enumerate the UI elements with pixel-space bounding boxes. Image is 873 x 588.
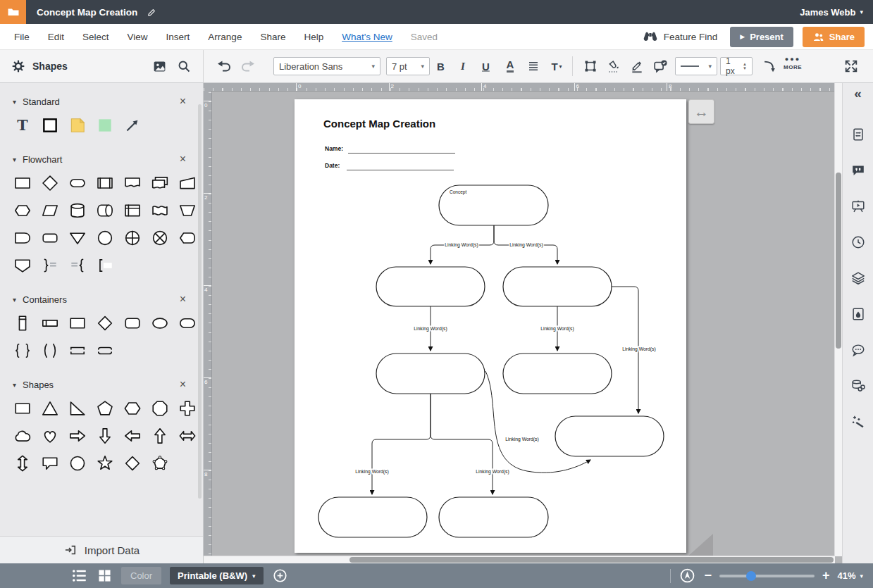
present-button[interactable]: ▶ Present xyxy=(730,27,793,47)
canvas-horizontal-scrollbar[interactable] xyxy=(204,556,835,563)
fullscreen-button[interactable] xyxy=(843,58,860,75)
print-mode-select[interactable]: Printable (B&W) ▾ xyxy=(170,567,263,584)
braces-shape[interactable] xyxy=(13,342,32,360)
close-icon[interactable]: × xyxy=(180,294,186,304)
rename-pencil-icon[interactable] xyxy=(147,6,158,18)
arrow-up-down-shape[interactable] xyxy=(13,454,32,473)
arrow-right-shape[interactable] xyxy=(68,427,87,445)
grid-view-icon[interactable] xyxy=(97,568,113,584)
stored-data-shape[interactable] xyxy=(41,229,59,247)
more-button[interactable]: ●●● MORE xyxy=(784,54,802,70)
layers-icon[interactable] xyxy=(850,270,867,287)
callout-shape[interactable] xyxy=(41,454,59,473)
annotation-right-shape[interactable] xyxy=(41,256,59,275)
shape-style-button[interactable] xyxy=(582,58,599,75)
bracket-tb-round-shape[interactable] xyxy=(96,342,114,360)
arrow-ne-shape[interactable] xyxy=(123,116,142,135)
underline-button[interactable]: U xyxy=(482,61,490,73)
text-shape[interactable]: T xyxy=(13,116,32,135)
diamond-shape[interactable] xyxy=(123,454,142,473)
collapse-panel-icon[interactable]: « xyxy=(850,90,867,107)
concept-node[interactable] xyxy=(376,267,485,306)
zoom-in-button[interactable]: + xyxy=(822,568,830,583)
panel-scrollbar[interactable] xyxy=(198,104,202,499)
menu-file[interactable]: File xyxy=(14,32,30,42)
sticky-note-shape[interactable] xyxy=(68,116,87,135)
concept-node[interactable] xyxy=(376,354,485,394)
document-title[interactable]: Concept Map Creation xyxy=(37,7,137,18)
star-shape[interactable] xyxy=(96,454,114,473)
off-page-shape[interactable] xyxy=(13,256,32,275)
zoom-slider-knob[interactable] xyxy=(746,571,756,581)
direct-data-shape[interactable] xyxy=(96,201,114,220)
canvas[interactable]: 02468 02468 ConceptLinking Word(s)Linkin… xyxy=(204,83,842,563)
predefined-process-shape[interactable] xyxy=(96,174,114,192)
concept-node[interactable] xyxy=(318,497,427,537)
font-family-select[interactable]: Liberation Sans▾ xyxy=(273,57,380,75)
canvas-vertical-scrollbar[interactable] xyxy=(834,83,842,556)
pentagon-shape[interactable] xyxy=(96,399,114,418)
concept-node[interactable] xyxy=(503,354,612,394)
cloud-shape[interactable] xyxy=(13,427,32,445)
bold-button[interactable]: B xyxy=(437,61,445,73)
connector-style-button[interactable] xyxy=(761,58,778,75)
menu-insert[interactable]: Insert xyxy=(166,32,190,42)
manual-operation-shape[interactable] xyxy=(178,201,197,220)
multi-document-shape[interactable] xyxy=(151,174,169,192)
menu-select[interactable]: Select xyxy=(82,32,109,42)
database-shape[interactable] xyxy=(68,201,87,220)
polygon-shape[interactable] xyxy=(151,454,169,473)
page-style-icon[interactable] xyxy=(850,306,867,323)
menu-share[interactable]: Share xyxy=(260,32,285,42)
concept-node[interactable] xyxy=(439,497,548,537)
close-icon[interactable]: × xyxy=(180,154,186,164)
search-icon[interactable] xyxy=(177,59,192,74)
connector-line[interactable] xyxy=(431,394,493,494)
cross-shape[interactable] xyxy=(178,399,197,418)
section-header-standard[interactable]: ▾Standard× xyxy=(0,92,203,111)
zoom-level[interactable]: 41% ▾ xyxy=(837,570,863,581)
comments-icon[interactable] xyxy=(850,342,867,358)
text-options-button[interactable]: T▾ xyxy=(548,58,565,75)
notes-icon[interactable] xyxy=(850,162,867,179)
import-data-button[interactable]: Import Data xyxy=(0,536,203,563)
magic-icon[interactable] xyxy=(850,413,867,430)
menu-edit[interactable]: Edit xyxy=(48,32,64,42)
terminator-shape[interactable] xyxy=(68,174,87,192)
fill-color-button[interactable] xyxy=(605,58,622,75)
concept-node[interactable] xyxy=(503,267,612,306)
arrow-left-right-shape[interactable] xyxy=(178,427,197,445)
concept-node[interactable] xyxy=(555,416,664,456)
preparation-shape[interactable] xyxy=(13,201,32,220)
internal-storage-shape[interactable] xyxy=(123,201,142,220)
annotation-left-shape[interactable] xyxy=(68,256,87,275)
line-style-select[interactable]: ▾ xyxy=(675,57,717,75)
rect-bold-shape[interactable] xyxy=(41,116,59,135)
present-mode-icon[interactable] xyxy=(850,198,867,215)
section-header-containers[interactable]: ▾Containers× xyxy=(0,290,203,308)
section-header-shapes[interactable]: ▾Shapes× xyxy=(0,375,203,394)
document-page[interactable]: ConceptLinking Word(s)Linking Word(s)Lin… xyxy=(295,99,686,553)
linked-data-icon[interactable] xyxy=(850,377,867,394)
ellipse-shape[interactable] xyxy=(151,314,169,332)
note-bracket-shape[interactable] xyxy=(96,256,114,275)
process-shape[interactable] xyxy=(13,174,32,192)
undo-button[interactable] xyxy=(216,58,233,75)
user-menu[interactable]: James Webb ▾ xyxy=(800,7,863,18)
data-io-shape[interactable] xyxy=(41,201,59,220)
rounded-rect-shape[interactable] xyxy=(123,314,142,332)
zoom-slider[interactable] xyxy=(719,575,815,577)
gear-icon[interactable] xyxy=(11,59,25,73)
pan-overview-icon[interactable] xyxy=(679,567,696,584)
close-icon[interactable]: × xyxy=(180,380,186,389)
parens-shape[interactable] xyxy=(41,342,59,360)
decision-shape[interactable] xyxy=(41,174,59,192)
section-header-flowchart[interactable]: ▾Flowchart× xyxy=(0,150,203,168)
close-icon[interactable]: × xyxy=(180,96,186,106)
arrow-down-shape[interactable] xyxy=(96,427,114,445)
line-width-stepper[interactable]: 1 px ▲▼ xyxy=(720,57,753,75)
connector-line[interactable] xyxy=(372,394,431,494)
fit-to-width-button[interactable]: ↔ xyxy=(688,99,714,124)
zoom-out-button[interactable]: − xyxy=(704,568,712,583)
menu-whats-new[interactable]: What's New xyxy=(342,32,392,42)
